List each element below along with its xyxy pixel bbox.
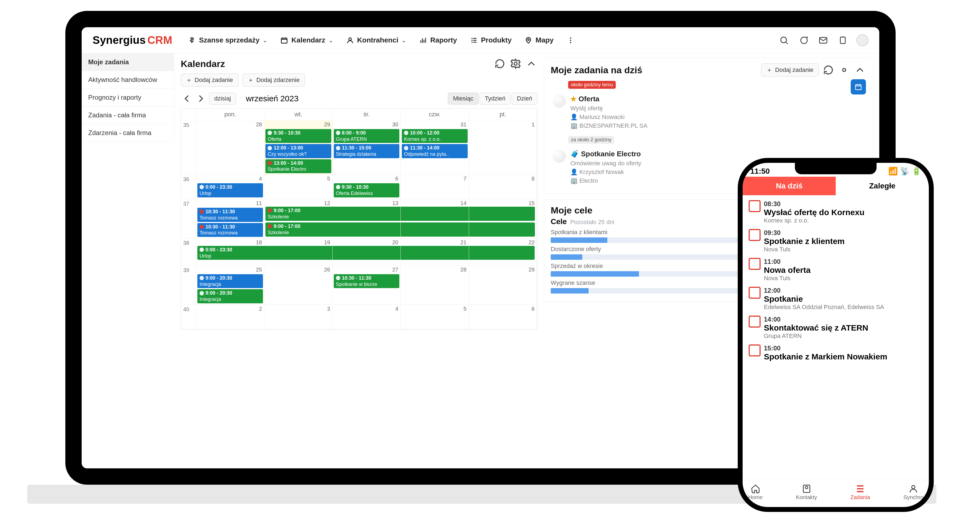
phone-task[interactable]: 09:30Spotkanie z klientemNova Tuls <box>749 229 923 253</box>
refresh-icon[interactable] <box>822 64 834 76</box>
bnav-tasks[interactable]: Zadania <box>850 484 870 500</box>
day-cell[interactable]: 11 10:30 - 11:30Tomasz rozmowa 10:30 - 1… <box>196 199 264 238</box>
day-cell[interactable]: 20 <box>332 238 401 266</box>
event-chip[interactable]: 10:30 - 11:30Spotkanie w biurze <box>334 274 399 288</box>
sidebar-item-my-tasks[interactable]: Moje zadania <box>82 53 174 71</box>
day-cell[interactable]: 21 <box>401 238 469 266</box>
day-cell[interactable]: 28 <box>196 120 264 175</box>
day-cell[interactable]: 25 9:00 - 20:30Integracja 9:00 - 20:30In… <box>196 266 264 305</box>
day-cell[interactable]: 31 10:00 - 12:00Kornex sp. z o.o. 11:30 … <box>401 120 469 175</box>
refresh-icon[interactable] <box>494 58 506 70</box>
collapse-icon[interactable] <box>854 64 866 76</box>
event-chip[interactable]: 9:30 - 10:30Oferta Edelweiss <box>334 183 399 197</box>
day-cell[interactable]: 3 <box>264 305 332 329</box>
phone-tab-today[interactable]: Na dziś <box>743 177 836 195</box>
tasks-add-button[interactable]: ＋ Dodaj zadanie <box>761 64 819 76</box>
day-cell[interactable]: 2 <box>196 305 264 329</box>
day-cell[interactable]: 29 9:30 - 10:30Oferta 12:00 - 13:00Czy w… <box>264 120 332 175</box>
search-icon[interactable] <box>778 34 790 46</box>
day-cell[interactable]: 8 <box>469 175 537 199</box>
day-num: 18 <box>256 239 262 245</box>
day-cell[interactable]: 18 0:00 - 23:30Urlop <box>196 238 264 266</box>
nav-contractors[interactable]: Kontrahenci ⌄ <box>344 34 409 46</box>
event-chip[interactable]: 9:30 - 10:30Oferta <box>266 129 331 143</box>
day-cell[interactable]: 19 <box>264 238 332 266</box>
collapse-icon[interactable] <box>525 58 538 70</box>
nav-maps[interactable]: Mapy <box>522 34 556 46</box>
avatar <box>553 95 566 108</box>
phone-task[interactable]: 14:00Skontaktować się z ATERNGrupa ATERN <box>749 315 923 339</box>
chat-icon[interactable] <box>798 34 810 46</box>
day-cell[interactable]: 7 <box>401 175 469 199</box>
task-row[interactable]: ★ Oferta Wyślij ofertę 👤 Mariusz Nowacki… <box>551 91 846 133</box>
add-event-button[interactable]: ＋ Dodaj zdarzenie <box>243 73 305 87</box>
sidebar-item-tasks-company[interactable]: Zadania - cała firma <box>82 107 174 124</box>
clipboard-icon[interactable] <box>837 34 849 46</box>
today-button[interactable]: dzisiaj <box>209 92 236 105</box>
header-actions <box>778 34 869 46</box>
task-company[interactable]: 🏢 Electro <box>570 177 641 184</box>
day-cell[interactable]: 28 <box>401 266 469 305</box>
nav-sales[interactable]: Szanse sprzedaży ⌄ <box>185 34 270 46</box>
nav-calendar[interactable]: Kalendarz ⌄ <box>278 34 336 46</box>
avatar[interactable] <box>856 34 869 46</box>
event-chip[interactable]: 11:30 - 15:00Strategia działania <box>334 144 399 158</box>
view-month[interactable]: Miesiąc <box>448 92 479 105</box>
day-cell[interactable]: 6 <box>469 305 537 329</box>
day-cell[interactable]: 13 <box>332 199 401 238</box>
event-chip[interactable]: 12:00 - 13:00Czy wszystko ok? <box>266 144 331 158</box>
event-chip[interactable]: 9:00 - 20:30Integracja <box>197 274 263 288</box>
phone-task[interactable]: 11:00Nowa ofertaNova Tuls <box>749 258 923 282</box>
bnav-home[interactable]: Home <box>748 484 762 500</box>
day-cell[interactable]: 1 <box>469 120 537 175</box>
calendar-icon <box>280 37 288 44</box>
bnav-contacts[interactable]: Kontakty <box>796 484 817 500</box>
nav-reports[interactable]: Raporty <box>417 34 460 46</box>
event-chip[interactable]: 10:30 - 11:30Tomasz rozmowa <box>197 223 263 237</box>
event-chip[interactable]: 13:00 - 14:00Spotkanie Electro <box>266 159 331 173</box>
nav-products[interactable]: Produkty <box>468 34 514 46</box>
day-cell[interactable]: 27 10:30 - 11:30Spotkanie w biurze <box>332 266 401 305</box>
task-company[interactable]: 🏢 BIZNESPARTNER.PL SA <box>570 122 648 129</box>
day-cell[interactable]: 4 0:00 - 23:30Urlop <box>196 175 264 199</box>
add-task-button[interactable]: ＋ Dodaj zadanie <box>181 73 238 87</box>
phone-task[interactable]: 15:00Spotkanie z Markiem Nowakiem <box>749 344 923 361</box>
view-day[interactable]: Dzień <box>512 92 538 105</box>
day-cell[interactable]: 5 <box>264 175 332 199</box>
sidebar-item-events-company[interactable]: Zdarzenia - cała firma <box>82 124 174 142</box>
day-cell[interactable]: 12 9:00 - 17:00Szkolenie 9:00 - 17:00Szk… <box>264 199 332 238</box>
phone-task[interactable]: 08:30Wysłać ofertę do KornexuKornex sp. … <box>749 200 923 224</box>
day-cell[interactable]: 6 9:30 - 10:30Oferta Edelweiss <box>332 175 401 199</box>
day-cell[interactable]: 5 <box>401 305 469 329</box>
prev-month-button[interactable] <box>181 92 193 105</box>
gear-icon[interactable] <box>510 58 522 70</box>
day-cell[interactable]: 4 <box>332 305 401 329</box>
svg-point-14 <box>912 486 915 489</box>
event-chip[interactable]: 8:00 - 9:00Grupa ATERN <box>334 129 399 143</box>
task-person[interactable]: 👤 Krzysztof Nowak <box>570 169 641 175</box>
day-cell[interactable]: 30 8:00 - 9:00Grupa ATERN 11:30 - 15:00S… <box>332 120 401 175</box>
open-calendar-button[interactable] <box>851 79 866 94</box>
day-cell[interactable]: 14 <box>401 199 469 238</box>
event-chip[interactable]: 0:00 - 23:30Urlop <box>197 183 263 197</box>
gear-icon[interactable] <box>838 64 850 76</box>
day-cell[interactable]: 22 <box>469 238 537 266</box>
event-chip[interactable]: 10:00 - 12:00Kornex sp. z o.o. <box>402 129 468 143</box>
task-line: Wyślij ofertę <box>570 105 648 112</box>
phone-task[interactable]: 12:00SpotkanieEdelweiss SA Oddział Pozna… <box>749 287 923 311</box>
day-cell[interactable]: 26 <box>264 266 332 305</box>
view-week[interactable]: Tydzień <box>480 92 511 105</box>
mail-icon[interactable] <box>817 34 829 46</box>
bnav-sync[interactable]: Synchro <box>904 484 923 500</box>
event-chip[interactable]: 10:30 - 11:30Tomasz rozmowa <box>197 208 263 221</box>
sidebar-item-forecasts[interactable]: Prognozy i raporty <box>82 89 174 107</box>
day-cell[interactable]: 29 <box>469 266 537 305</box>
task-person[interactable]: 👤 Mariusz Nowacki <box>570 113 648 121</box>
next-month-button[interactable] <box>195 92 207 105</box>
event-chip[interactable]: 9:00 - 20:30Integracja <box>197 289 263 303</box>
day-cell[interactable]: 15 <box>469 199 537 238</box>
phone-tab-over[interactable]: Zaległe <box>836 177 929 195</box>
sidebar-item-activity[interactable]: Aktywność handlowców <box>82 71 174 89</box>
nav-more[interactable] <box>564 34 577 46</box>
event-chip[interactable]: 11:30 - 14:00Odpowiedź na pyta.. <box>402 144 468 158</box>
